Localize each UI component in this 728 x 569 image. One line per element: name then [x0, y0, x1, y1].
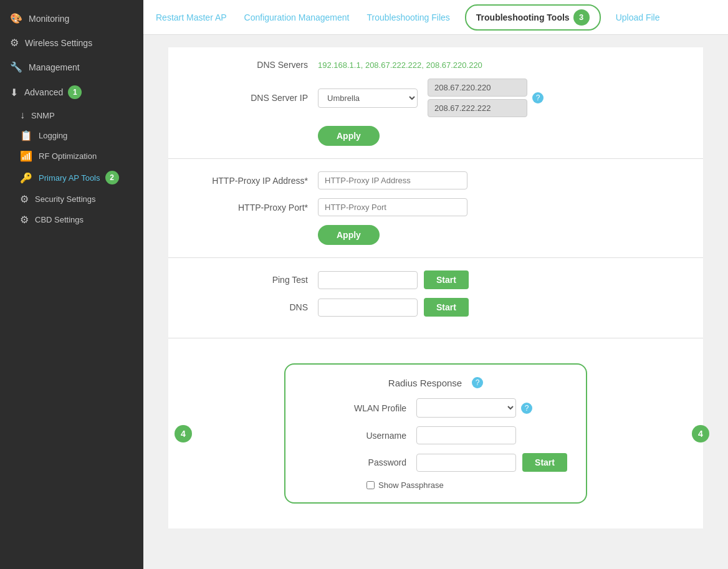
- troubleshooting-tools-badge: 3: [573, 9, 590, 26]
- tab-bar: Restart Master AP Configuration Manageme…: [143, 0, 728, 35]
- page-content: DNS Servers 192.168.1.1, 208.67.222.222,…: [143, 35, 728, 569]
- logging-icon: 📋: [20, 130, 32, 141]
- sidebar-item-label: Monitoring: [29, 14, 69, 24]
- proxy-port-row: HTTP-Proxy Port*: [206, 198, 666, 216]
- sidebar-item-label: Advanced: [24, 87, 63, 97]
- radius-box: Radius Response ? WLAN Profile ? Usernam…: [284, 363, 587, 504]
- sidebar-item-cbd-settings[interactable]: ⚙ CBD Settings: [20, 209, 143, 230]
- username-input[interactable]: [416, 426, 516, 444]
- primary-ap-icon: 🔑: [20, 172, 32, 184]
- snmp-icon: ↓: [20, 110, 25, 121]
- ping-row: Ping Test Start: [206, 270, 666, 289]
- show-passphrase-checkbox[interactable]: [366, 481, 375, 489]
- sidebar-item-label: Primary AP Tools: [39, 173, 100, 183]
- dns-start-button[interactable]: Start: [424, 298, 469, 317]
- radius-title: Radius Response ?: [304, 377, 567, 388]
- radius-help-icon[interactable]: ?: [472, 377, 483, 388]
- username-label: Username: [304, 431, 416, 441]
- proxy-apply-row: Apply: [206, 225, 666, 245]
- tab-troubleshooting-tools[interactable]: Troubleshooting Tools 3: [465, 4, 601, 31]
- radius-badge-right: 4: [692, 425, 709, 442]
- dns-servers-label: DNS Servers: [206, 60, 318, 70]
- proxy-ip-row: HTTP-Proxy IP Address*: [206, 171, 666, 189]
- dns-section: DNS Servers 192.168.1.1, 208.67.222.222,…: [168, 47, 703, 159]
- proxy-port-label: HTTP-Proxy Port*: [206, 203, 318, 213]
- sidebar-item-label: SNMP: [31, 111, 55, 120]
- dns-ip2: 208.67.222.222: [428, 99, 527, 117]
- tab-restart-master-ap[interactable]: Restart Master AP: [153, 9, 229, 26]
- dns-test-row: DNS cisco.com Start: [206, 298, 666, 317]
- username-row: Username: [304, 426, 567, 444]
- sidebar-item-logging[interactable]: 📋 Logging: [20, 125, 143, 146]
- wlan-profile-select[interactable]: [416, 398, 516, 418]
- sidebar-item-monitoring[interactable]: 🎨 Monitoring: [0, 6, 143, 31]
- sidebar-item-label: Management: [29, 62, 80, 72]
- advanced-badge: 1: [68, 85, 82, 99]
- management-icon: 🔧: [10, 61, 22, 73]
- dns-test-input[interactable]: cisco.com: [318, 299, 418, 317]
- sidebar-item-label: Logging: [39, 131, 67, 140]
- dns-test-label: DNS: [206, 302, 318, 312]
- tab-troubleshooting-files[interactable]: Troubleshooting Files: [364, 9, 452, 26]
- dns-help-icon[interactable]: ?: [532, 92, 544, 103]
- password-input[interactable]: [416, 454, 516, 472]
- sidebar-item-label: Wireless Settings: [25, 38, 92, 48]
- sidebar-item-advanced[interactable]: ⬇ Advanced 1: [0, 79, 143, 105]
- dns-servers-row: DNS Servers 192.168.1.1, 208.67.222.222,…: [206, 60, 666, 70]
- proxy-section: HTTP-Proxy IP Address* HTTP-Proxy Port* …: [168, 159, 703, 258]
- radius-start-button[interactable]: Start: [522, 453, 567, 472]
- proxy-ip-input[interactable]: [318, 171, 467, 189]
- sidebar-item-wireless-settings[interactable]: ⚙ Wireless Settings: [0, 31, 143, 55]
- wireless-icon: ⚙: [10, 37, 19, 49]
- advanced-icon: ⬇: [10, 87, 18, 98]
- sidebar-item-rf-optimization[interactable]: 📶 RF Optimization: [20, 146, 143, 166]
- tab-configuration-management[interactable]: Configuration Management: [242, 9, 352, 26]
- proxy-apply-button[interactable]: Apply: [318, 225, 380, 245]
- dns-apply-button[interactable]: Apply: [318, 126, 380, 146]
- ping-start-button[interactable]: Start: [424, 270, 469, 289]
- monitoring-icon: 🎨: [10, 12, 22, 24]
- dns-ip1: 208.67.220.220: [428, 79, 527, 97]
- show-passphrase-row: Show Passphrase: [304, 481, 567, 490]
- primary-ap-badge: 2: [105, 171, 119, 184]
- sidebar-item-management[interactable]: 🔧 Management: [0, 55, 143, 79]
- sidebar-item-snmp[interactable]: ↓ SNMP: [20, 105, 143, 125]
- dns-servers-value: 192.168.1.1, 208.67.222.222, 208.67.220.…: [318, 60, 482, 70]
- ping-label: Ping Test: [206, 275, 318, 285]
- rf-icon: 📶: [20, 150, 32, 162]
- sidebar-item-security-settings[interactable]: ⚙ Security Settings: [20, 189, 143, 209]
- dns-apply-row: Apply: [206, 126, 666, 146]
- radius-badge-left: 4: [175, 425, 192, 442]
- wlan-profile-label: WLAN Profile: [304, 403, 416, 413]
- password-label: Password: [304, 457, 416, 467]
- password-row: Password Start: [304, 453, 567, 472]
- sidebar-item-label: CBD Settings: [35, 215, 84, 224]
- security-icon: ⚙: [20, 193, 29, 205]
- test-section: Ping Test Start DNS cisco.com Start: [168, 258, 703, 338]
- proxy-ip-label: HTTP-Proxy IP Address*: [206, 176, 318, 186]
- dns-server-ip-select[interactable]: Umbrella: [318, 88, 418, 108]
- main-content: Restart Master AP Configuration Manageme…: [143, 0, 728, 569]
- sidebar-item-label: RF Optimization: [39, 151, 97, 161]
- radius-section: 4 Radius Response ? WLAN Profile ?: [168, 338, 703, 528]
- dns-ip-stack: 208.67.220.220 208.67.222.222: [423, 79, 527, 117]
- ping-input[interactable]: [318, 271, 418, 289]
- sidebar-sub: ↓ SNMP 📋 Logging 📶 RF Optimization 🔑 Pri…: [0, 105, 143, 230]
- cbd-icon: ⚙: [20, 214, 29, 226]
- sidebar: 🎨 Monitoring ⚙ Wireless Settings 🔧 Manag…: [0, 0, 143, 569]
- sidebar-item-primary-ap-tools[interactable]: 🔑 Primary AP Tools 2: [20, 166, 143, 189]
- dns-server-ip-row: DNS Server IP Umbrella 208.67.220.220 20…: [206, 79, 666, 117]
- tab-upload-file[interactable]: Upload File: [613, 9, 663, 26]
- wlan-profile-row: WLAN Profile ?: [304, 398, 567, 418]
- proxy-port-input[interactable]: [318, 198, 467, 216]
- sidebar-item-label: Security Settings: [35, 194, 96, 204]
- show-passphrase-label: Show Passphrase: [378, 481, 444, 490]
- wlan-help-icon[interactable]: ?: [521, 403, 532, 414]
- dns-server-ip-label: DNS Server IP: [206, 93, 318, 103]
